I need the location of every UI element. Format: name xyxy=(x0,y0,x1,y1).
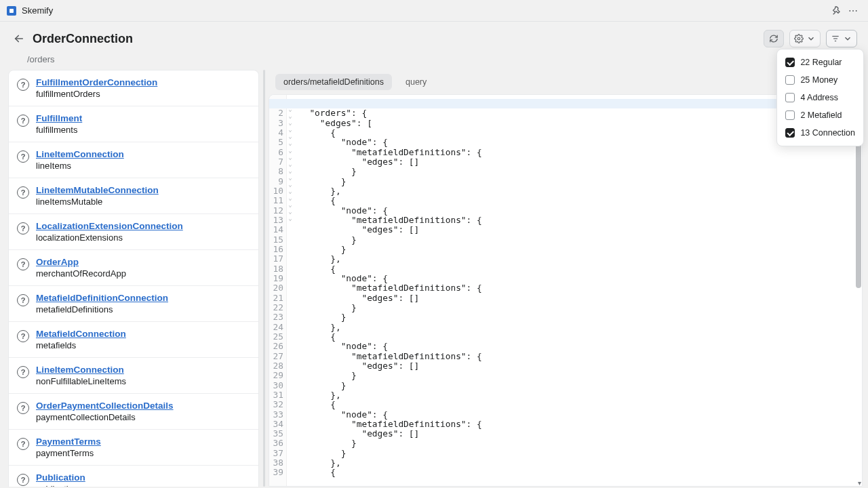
help-icon[interactable] xyxy=(17,258,29,270)
app-name: Skemify xyxy=(22,5,53,16)
field-name: metafields xyxy=(36,340,126,350)
filter-option[interactable]: 25 Money xyxy=(777,71,863,89)
panel-resizer[interactable] xyxy=(259,70,269,487)
code-editor[interactable]: 1234567891011121314151617181920212223242… xyxy=(269,94,863,487)
back-button[interactable] xyxy=(11,30,27,47)
filter-label: 25 Money xyxy=(800,75,837,85)
help-icon[interactable] xyxy=(17,474,29,486)
filter-label: 22 Regular xyxy=(800,58,842,67)
help-icon[interactable] xyxy=(17,115,29,127)
list-item[interactable]: PaymentTermspaymentTerms xyxy=(9,430,258,466)
checkbox[interactable] xyxy=(785,93,795,102)
help-icon[interactable] xyxy=(17,150,29,163)
type-link[interactable]: MetafieldDefinitionConnection xyxy=(36,293,168,303)
list-item[interactable]: MetafieldConnectionmetafields xyxy=(9,322,258,358)
query-panel: orders/metafieldDefinitionsquery 1234567… xyxy=(269,70,863,487)
type-link[interactable]: FulfillmentOrderConnection xyxy=(36,77,157,87)
settings-button[interactable] xyxy=(789,30,821,47)
field-name: lineItems xyxy=(36,161,124,171)
help-icon[interactable] xyxy=(17,366,29,378)
tab-row: orders/metafieldDefinitionsquery xyxy=(269,70,863,94)
field-name: publication xyxy=(36,484,85,487)
type-link[interactable]: Fulfillment xyxy=(36,113,82,123)
checkbox[interactable] xyxy=(785,128,795,138)
type-link[interactable]: LocalizationExtensionConnection xyxy=(36,221,183,231)
field-name: fulfillments xyxy=(36,125,82,135)
list-item[interactable]: FulfillmentOrderConnectionfulfillmentOrd… xyxy=(9,70,258,106)
filter-button[interactable] xyxy=(826,30,857,47)
tab[interactable]: query xyxy=(397,74,435,90)
type-list[interactable]: FulfillmentOrderConnectionfulfillmentOrd… xyxy=(8,70,259,487)
list-item[interactable]: LineItemConnectionlineItems xyxy=(9,142,258,178)
list-item[interactable]: Fulfillmentfulfillments xyxy=(9,106,258,142)
list-item[interactable]: Publicationpublication xyxy=(9,466,258,487)
filter-option[interactable]: 13 Connection xyxy=(777,124,863,142)
help-icon[interactable] xyxy=(17,330,29,342)
field-name: lineItemsMutable xyxy=(36,197,159,207)
list-item[interactable]: LineItemMutableConnectionlineItemsMutabl… xyxy=(9,178,258,214)
app-bar: Skemify ⋯ xyxy=(0,0,868,22)
filter-label: 4 Address xyxy=(800,93,838,102)
type-link[interactable]: LineItemConnection xyxy=(36,149,124,159)
checkbox[interactable] xyxy=(785,110,795,120)
checkbox[interactable] xyxy=(785,75,795,85)
list-item[interactable]: OrderAppmerchantOfRecordApp xyxy=(9,250,258,286)
editor-scrollbar[interactable] xyxy=(856,98,861,481)
filter-option[interactable]: 22 Regular xyxy=(777,54,863,71)
scroll-down-icon[interactable]: ▾ xyxy=(858,479,861,487)
refresh-button[interactable] xyxy=(764,30,784,47)
filter-option[interactable]: 2 Metafield xyxy=(777,106,863,124)
page-header: OrderConnection 22 Regular25 Money4 Addr… xyxy=(0,22,868,70)
help-icon[interactable] xyxy=(17,79,29,91)
filter-option[interactable]: 4 Address xyxy=(777,89,863,106)
help-icon[interactable] xyxy=(17,186,29,199)
type-link[interactable]: Publication xyxy=(36,472,85,483)
type-link[interactable]: PaymentTerms xyxy=(36,436,101,447)
field-name: merchantOfRecordApp xyxy=(36,268,126,279)
list-item[interactable]: LocalizationExtensionConnectionlocalizat… xyxy=(9,214,258,250)
type-link[interactable]: MetafieldConnection xyxy=(36,329,126,339)
filter-label: 2 Metafield xyxy=(800,110,842,120)
field-name: nonFulfillableLineItems xyxy=(36,376,126,386)
checkbox[interactable] xyxy=(785,58,795,67)
pin-icon[interactable] xyxy=(829,3,845,19)
more-icon[interactable]: ⋯ xyxy=(845,3,861,19)
field-name: localizationExtensions xyxy=(36,232,183,243)
help-icon[interactable] xyxy=(17,438,29,450)
app-logo xyxy=(7,6,16,16)
filter-label: 13 Connection xyxy=(800,128,855,138)
list-item[interactable]: LineItemConnectionnonFulfillableLineItem… xyxy=(9,358,258,394)
filter-dropdown: 22 Regular25 Money4 Address2 Metafield13… xyxy=(776,49,864,146)
type-link[interactable]: OrderPaymentCollectionDetails xyxy=(36,401,174,411)
tab[interactable]: orders/metafieldDefinitions xyxy=(275,74,392,90)
type-link[interactable]: LineItemConnection xyxy=(36,365,126,375)
type-link[interactable]: OrderApp xyxy=(36,257,126,267)
header-actions xyxy=(764,30,857,47)
list-item[interactable]: MetafieldDefinitionConnectionmetafieldDe… xyxy=(9,286,258,322)
page-title: OrderConnection xyxy=(33,32,764,46)
list-item[interactable]: OrderPaymentCollectionDetailspaymentColl… xyxy=(9,394,258,430)
field-name: metafieldDefinitions xyxy=(36,304,168,314)
field-name: fulfillmentOrders xyxy=(36,89,157,99)
help-icon[interactable] xyxy=(17,294,29,306)
body: FulfillmentOrderConnectionfulfillmentOrd… xyxy=(0,70,868,488)
svg-point-0 xyxy=(797,37,800,40)
type-link[interactable]: LineItemMutableConnection xyxy=(36,185,159,195)
field-name: paymentTerms xyxy=(36,448,101,458)
field-name: paymentCollectionDetails xyxy=(36,412,174,422)
help-icon[interactable] xyxy=(17,402,29,414)
help-icon[interactable] xyxy=(17,222,29,235)
